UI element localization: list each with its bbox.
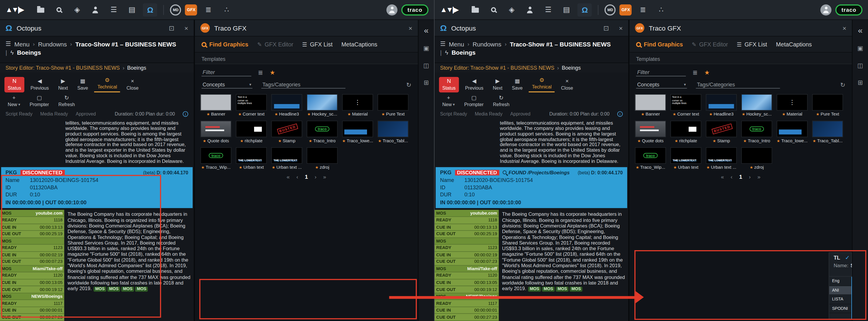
favorites-star-icon[interactable]: ★ [704,69,710,76]
search-icon[interactable] [52,3,66,16]
template-item[interactable]: Text in a corner on multiple lines ★Corn… [669,94,703,117]
template-item[interactable]: ★ritchplate [235,121,268,143]
md-app-icon[interactable]: MD [605,4,616,15]
template-item[interactable]: traco ★Traco_Wip... [199,147,232,170]
pkg-block[interactable]: PKG DISCONNECTED FOUND /Projects/Boeings… [1,167,193,208]
tools-icon[interactable]: ≣ [201,3,216,16]
close-icon[interactable]: × [184,24,188,32]
mos-row[interactable]: CUE OUT 00:00:07:23 [0,258,64,265]
refresh-button[interactable]: ↻Refresh [490,94,513,109]
close-icon[interactable]: × [408,24,412,32]
collapse-icon[interactable]: « [424,26,429,35]
tab-find-graphics[interactable]: Find Graphics [636,41,683,47]
page-control[interactable]: » [323,174,326,180]
next-button[interactable]: ▶Next [490,77,506,93]
mos-row[interactable]: CUE IN 00:00:13:13 [0,224,64,231]
avatar[interactable] [820,4,832,15]
template-item[interactable]: THE LOWERTEXT ★Urban text ... [270,147,304,170]
mos-row[interactable]: CUE OUT 00:00:27:23 [0,314,64,321]
mos-row[interactable]: MOS [0,238,64,245]
template-item[interactable]: ★Pure Text [376,94,410,117]
mos-row[interactable]: CUE OUT 00:00:27:23 [435,314,499,321]
breadcrumb-show[interactable]: Traco-Show #1 – BUSINESS NEWS [510,40,611,47]
breadcrumb-story[interactable]: Boeings [452,50,476,56]
mos-chip[interactable]: MOS [570,287,583,292]
mos-row[interactable]: READY 1123 [435,245,499,252]
tab-metacaptions[interactable]: MetaCaptions [776,41,812,47]
mos-chip[interactable]: MOS [93,287,106,292]
template-item[interactable]: ★Traco_lowe... [776,121,809,143]
panel-icon-1[interactable]: ▣ [424,45,429,52]
new-button[interactable]: +New▾ [4,94,24,109]
check-icon[interactable]: ✓ [845,255,850,261]
user-icon[interactable] [523,3,537,16]
share-icon[interactable]: ∴ [654,3,668,16]
close-story-button[interactable]: ×Close [123,77,142,93]
panel-icon-3[interactable]: ⊞ [424,79,429,86]
mos-row[interactable]: MOS youtube.com [435,210,499,217]
share-icon[interactable]: ∴ [219,3,234,16]
tab-gfx-list[interactable]: ☰GFX List [737,41,767,47]
filter-input[interactable]: Filter [202,68,251,76]
tab-gfx-editor[interactable]: ✎GFX Editor [692,41,728,47]
template-item[interactable]: Text in a corner on multiple lines ★Corn… [235,94,268,117]
mos-row[interactable]: CUE OUT 00:00:25:19 [435,231,499,238]
refresh-button[interactable]: ↻Refresh [55,94,78,109]
page-control[interactable]: ‹ [731,174,733,180]
save-button[interactable]: ▦Save [74,77,91,93]
refresh-icon[interactable]: ↻ [406,82,411,89]
breadcrumb-story[interactable]: Boeings [17,50,41,56]
mos-row[interactable]: CUE OUT 00:00:19:12 [435,286,499,293]
panel-icon-2[interactable]: ◫ [424,62,429,69]
template-item[interactable]: ★Banner [199,94,232,117]
mos-row[interactable]: READY 1117 [435,300,499,307]
template-item[interactable]: ★zdroj [740,147,773,170]
next-button[interactable]: ▶Next [55,77,71,93]
md-app-icon[interactable]: MD [170,4,181,15]
mos-row[interactable]: CUE IN 00:00:13:05 [435,279,499,286]
mos-row[interactable]: MOS NEWS/Boeings [0,293,64,300]
save-button[interactable]: ▦Save [509,77,526,93]
status-button[interactable]: NStatus [439,77,459,93]
template-item[interactable]: ★ritchplate [669,121,703,143]
mos-row[interactable]: CUE IN 00:00:02:19 [435,252,499,259]
close-icon[interactable]: × [619,24,623,32]
template-item[interactable]: ★Pure Text [811,94,844,117]
concepts-select[interactable]: Concepts▾ [202,82,252,89]
page-control[interactable]: › [315,174,316,180]
mos-row[interactable]: CUE IN 00:00:00:01 [435,307,499,314]
mos-row[interactable]: MOS Miami/Take-off [0,265,64,272]
template-item[interactable]: THE LOWERTEXT ★Urban text [669,147,703,170]
folder-icon[interactable] [33,3,48,16]
tags-input[interactable]: Tags/Categories [261,82,345,89]
template-item[interactable]: ★zdroj [306,147,339,170]
panel-icon-3[interactable]: ⊞ [858,79,863,86]
technical-button[interactable]: ⚙Technical [94,76,120,92]
breadcrumb-show[interactable]: Traco-Show #1 – BUSINESS NEWS [75,40,176,47]
search-icon[interactable] [486,3,501,16]
mos-row[interactable]: MOS Miami/Take-off [435,265,499,272]
panel-icon-2[interactable]: ◫ [858,62,863,69]
mos-row[interactable]: CUE OUT 00:00:07:23 [435,258,499,265]
refresh-icon[interactable]: ↻ [840,82,845,89]
mos-row[interactable]: CUE OUT 00:00:19:12 [0,286,64,293]
mos-chip[interactable]: MOS [135,287,148,292]
tab-gfx-editor[interactable]: ✎GFX Editor [257,41,293,47]
template-item[interactable]: ⋮ ★Material [776,94,809,117]
mos-chip[interactable]: MOS [528,287,541,292]
expand-icon[interactable]: ⊡ [169,24,174,32]
tools-icon[interactable]: ≣ [636,3,650,16]
tags-input[interactable]: Tags/Categories [696,82,780,89]
script-icon[interactable]: ▤ [125,3,139,16]
page-control[interactable]: 1 [739,174,742,180]
mos-chip[interactable]: MOS [556,287,569,292]
user-icon[interactable] [88,3,103,16]
previous-button[interactable]: ◀Previous [27,77,52,93]
script-icon[interactable]: ▤ [559,3,574,16]
mos-row[interactable]: READY 1118 [0,217,64,224]
layers-icon[interactable]: ◈ [70,3,84,16]
page-control[interactable]: « [287,174,290,180]
mos-row[interactable]: CUE IN 00:00:13:05 [0,279,64,286]
playhead[interactable] [851,277,853,319]
template-item[interactable]: ★Traco_Tabl... [376,121,410,143]
